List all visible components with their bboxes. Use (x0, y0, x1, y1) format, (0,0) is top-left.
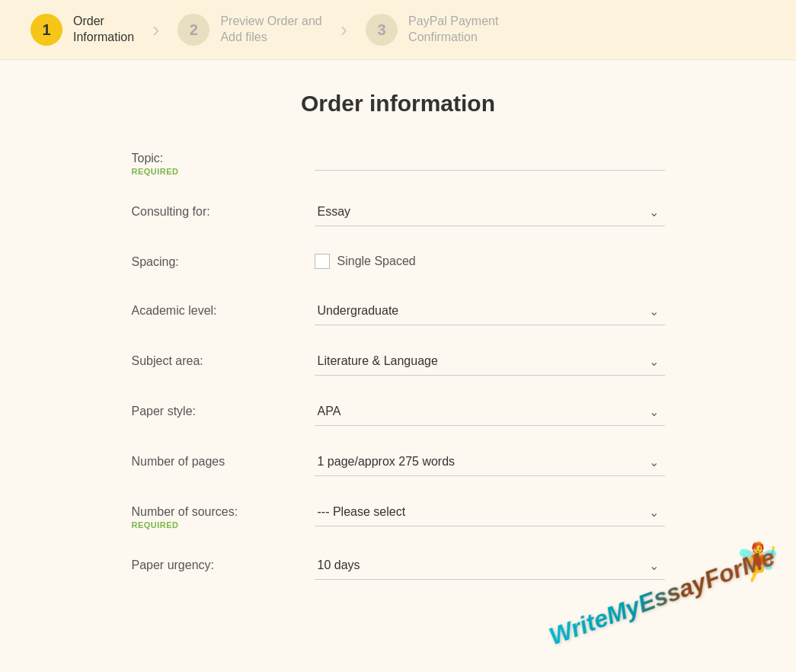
urgency-label: Paper urgency: (132, 551, 315, 572)
pages-select[interactable]: 1 page/approx 275 words 2 pages/approx 5… (315, 447, 665, 476)
pages-row: Number of pages 1 page/approx 275 words … (132, 447, 665, 476)
subject-select-wrap: Literature & Language Sciences Business … (315, 347, 665, 376)
spacing-row: Spacing: Single Spaced (132, 248, 665, 275)
single-spaced-checkbox-row: Single Spaced (315, 248, 665, 275)
chevron-1: › (152, 18, 159, 42)
consulting-select-wrap: Essay Research Paper Dissertation Term P… (315, 197, 665, 226)
step-2-circle: 2 (177, 14, 209, 46)
spacing-label: Spacing: (132, 248, 315, 269)
topic-required-badge: REQUIRED (132, 167, 315, 176)
consulting-label: Consulting for: (132, 197, 315, 219)
single-spaced-label: Single Spaced (337, 254, 416, 268)
academic-row: Academic level: High School Undergraduat… (132, 296, 665, 325)
topic-input-wrap (315, 144, 665, 171)
sources-label: Number of sources: REQUIRED (132, 498, 315, 530)
page-title: Order information (301, 91, 495, 117)
subject-select[interactable]: Literature & Language Sciences Business … (315, 347, 665, 376)
pages-label: Number of pages (132, 447, 315, 469)
urgency-select-wrap: 10 days 7 days 5 days 3 days 2 days 24 h… (315, 551, 665, 580)
step-1-circle: 1 (30, 14, 62, 46)
spacing-control-wrap: Single Spaced (315, 248, 665, 275)
urgency-select[interactable]: 10 days 7 days 5 days 3 days 2 days 24 h… (315, 551, 665, 580)
topic-row: Topic: REQUIRED (132, 144, 665, 176)
order-form: Topic: REQUIRED Consulting for: Essay Re… (132, 144, 665, 601)
paper-style-select[interactable]: APA MLA Chicago Harvard (315, 397, 665, 426)
step-3-label: PayPal Payment Confirmation (408, 14, 498, 46)
step-3[interactable]: 3 PayPal Payment Confirmation (366, 14, 498, 46)
sources-row: Number of sources: REQUIRED --- Please s… (132, 498, 665, 530)
subject-label: Subject area: (132, 347, 315, 368)
subject-row: Subject area: Literature & Language Scie… (132, 347, 665, 376)
topic-label: Topic: REQUIRED (132, 144, 315, 176)
sources-select[interactable]: --- Please select 0 1 2 3 4 5 (315, 498, 665, 526)
paper-style-label: Paper style: (132, 397, 315, 418)
consulting-row: Consulting for: Essay Research Paper Dis… (132, 197, 665, 226)
single-spaced-checkbox[interactable] (315, 254, 330, 269)
step-1-label: Order Information (73, 14, 134, 46)
step-2[interactable]: 2 Preview Order and Add files (177, 14, 321, 46)
step-1[interactable]: 1 Order Information (30, 14, 134, 46)
academic-label: Academic level: (132, 296, 315, 318)
sources-required-badge: REQUIRED (132, 520, 315, 530)
consulting-select[interactable]: Essay Research Paper Dissertation Term P… (315, 197, 665, 226)
academic-select-wrap: High School Undergraduate Master's PhD ⌄ (315, 296, 665, 325)
academic-select[interactable]: High School Undergraduate Master's PhD (315, 296, 665, 325)
main-content: Order information Topic: REQUIRED Consul… (0, 60, 796, 632)
urgency-row: Paper urgency: 10 days 7 days 5 days 3 d… (132, 551, 665, 580)
step-3-circle: 3 (366, 14, 398, 46)
breadcrumb-bar: 1 Order Information › 2 Preview Order an… (0, 0, 796, 60)
chevron-2: › (340, 18, 347, 42)
paper-style-select-wrap: APA MLA Chicago Harvard ⌄ (315, 397, 665, 426)
paper-style-row: Paper style: APA MLA Chicago Harvard ⌄ (132, 397, 665, 426)
pages-select-wrap: 1 page/approx 275 words 2 pages/approx 5… (315, 447, 665, 476)
sources-select-wrap: --- Please select 0 1 2 3 4 5 ⌄ (315, 498, 665, 526)
step-2-label: Preview Order and Add files (220, 14, 321, 46)
topic-input[interactable] (315, 144, 665, 171)
